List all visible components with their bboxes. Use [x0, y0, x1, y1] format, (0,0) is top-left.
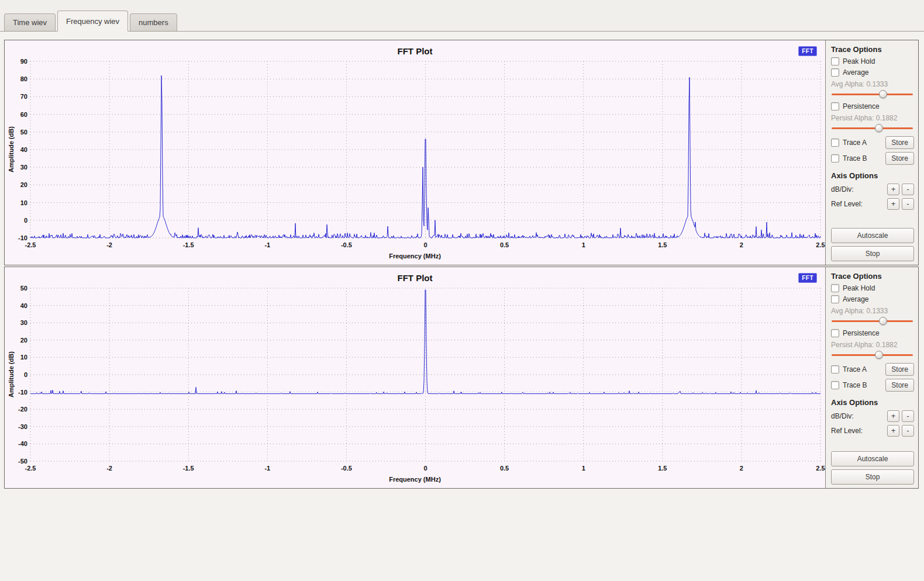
- svg-text:-2.5: -2.5: [25, 241, 36, 248]
- autoscale-button[interactable]: Autoscale: [831, 451, 914, 466]
- ref-level-increase-button[interactable]: +: [887, 198, 899, 210]
- svg-text:40: 40: [20, 302, 27, 309]
- average-checkbox[interactable]: [831, 295, 839, 303]
- trace-a-label: Trace A: [843, 365, 867, 374]
- svg-text:-10: -10: [18, 389, 27, 396]
- ref-level-row: Ref Level: + -: [831, 425, 914, 437]
- peak-hold-checkbox[interactable]: [831, 284, 839, 292]
- svg-text:-2.5: -2.5: [25, 465, 36, 472]
- trace-b-option[interactable]: Trace B: [831, 381, 883, 389]
- slider-thumb[interactable]: [875, 351, 883, 359]
- average-checkbox[interactable]: [831, 68, 839, 77]
- store-trace-a-button[interactable]: Store: [885, 136, 914, 149]
- tab-frequency-view[interactable]: Frequency wiev: [57, 11, 128, 32]
- svg-text:-1.5: -1.5: [183, 241, 194, 248]
- trace-b-checkbox[interactable]: [831, 381, 839, 389]
- svg-text:2.5: 2.5: [816, 241, 825, 248]
- autoscale-button[interactable]: Autoscale: [831, 228, 914, 243]
- stop-button[interactable]: Stop: [831, 246, 914, 261]
- svg-text:30: 30: [20, 319, 27, 326]
- svg-text:-40: -40: [18, 440, 27, 447]
- store-trace-b-button[interactable]: Store: [885, 152, 914, 165]
- svg-text:50: 50: [20, 285, 27, 292]
- db-per-div-row: dB/Div: + -: [831, 410, 914, 422]
- svg-text:40: 40: [20, 146, 27, 153]
- ref-level-decrease-button[interactable]: -: [902, 425, 914, 437]
- slider-thumb[interactable]: [875, 124, 883, 132]
- svg-text:10: 10: [20, 199, 27, 206]
- peak-hold-option[interactable]: Peak Hold: [831, 284, 914, 292]
- persist-alpha-label: Persist Alpha: 0.1882: [831, 114, 914, 122]
- svg-text:80: 80: [20, 75, 27, 82]
- svg-text:20: 20: [20, 337, 27, 344]
- persistence-option[interactable]: Persistence: [831, 329, 914, 337]
- peak-hold-option[interactable]: Peak Hold: [831, 57, 914, 65]
- trace-b-row: Trace B Store: [831, 152, 914, 165]
- db-per-div-decrease-button[interactable]: -: [902, 184, 914, 195]
- svg-text:1.5: 1.5: [658, 241, 667, 248]
- persistence-checkbox[interactable]: [831, 102, 839, 110]
- store-trace-b-button[interactable]: Store: [885, 379, 914, 392]
- svg-text:0: 0: [24, 217, 27, 224]
- svg-text:-2: -2: [106, 465, 112, 472]
- svg-text:-10: -10: [18, 234, 27, 241]
- svg-text:2.5: 2.5: [816, 465, 825, 472]
- trace-b-row: Trace B Store: [831, 379, 914, 392]
- stop-button[interactable]: Stop: [831, 469, 914, 485]
- ref-level-decrease-button[interactable]: -: [902, 198, 914, 210]
- db-per-div-decrease-button[interactable]: -: [902, 410, 914, 422]
- svg-text:-0.5: -0.5: [341, 465, 352, 472]
- fft-plot-area-2: FFT Plot FFT Amplitude (dB) Frequency (M…: [5, 267, 826, 488]
- persistence-checkbox[interactable]: [831, 329, 839, 337]
- persist-alpha-slider[interactable]: [832, 350, 913, 359]
- slider-thumb[interactable]: [879, 317, 887, 325]
- db-per-div-increase-button[interactable]: +: [887, 410, 899, 422]
- svg-text:2: 2: [740, 465, 743, 472]
- svg-text:20: 20: [20, 181, 27, 188]
- svg-text:30: 30: [20, 164, 27, 171]
- trace-b-checkbox[interactable]: [831, 154, 839, 162]
- average-option[interactable]: Average: [831, 295, 914, 303]
- trace-a-checkbox[interactable]: [831, 139, 839, 147]
- fft-panel-1: FFT Plot FFT Amplitude (dB) Frequency (M…: [4, 40, 919, 265]
- tab-numbers[interactable]: numbers: [130, 13, 177, 31]
- svg-text:1.5: 1.5: [658, 465, 667, 472]
- peak-hold-checkbox[interactable]: [831, 57, 839, 65]
- persist-alpha-slider[interactable]: [832, 123, 913, 133]
- peak-hold-label: Peak Hold: [843, 57, 875, 65]
- svg-text:-2: -2: [106, 241, 112, 248]
- trace-options-heading: Trace Options: [831, 272, 914, 281]
- svg-text:-30: -30: [18, 423, 27, 430]
- notebook-page-frequency-view: FFT Plot FFT Amplitude (dB) Frequency (M…: [0, 32, 924, 581]
- svg-text:0: 0: [423, 465, 427, 472]
- db-per-div-label: dB/Div:: [831, 185, 885, 193]
- db-per-div-increase-button[interactable]: +: [887, 184, 899, 195]
- slider-thumb[interactable]: [879, 90, 887, 98]
- avg-alpha-label: Avg Alpha: 0.1333: [831, 307, 914, 315]
- svg-text:10: 10: [20, 354, 27, 361]
- trace-a-option[interactable]: Trace A: [831, 365, 883, 374]
- trace-b-option[interactable]: Trace B: [831, 154, 883, 162]
- trace-controls-2: Trace Options Peak Hold Average Avg Alph…: [826, 267, 918, 488]
- fft-plot-canvas-2[interactable]: -2.5-2-1.5-1-0.500.511.522.5-50-40-30-20…: [5, 267, 825, 488]
- average-option[interactable]: Average: [831, 68, 914, 77]
- trace-b-label: Trace B: [843, 381, 867, 389]
- avg-alpha-slider[interactable]: [832, 89, 913, 99]
- ref-level-increase-button[interactable]: +: [887, 425, 899, 437]
- trace-a-checkbox[interactable]: [831, 365, 839, 374]
- fft-plot-canvas-1[interactable]: -2.5-2-1.5-1-0.500.511.522.5-10010203040…: [5, 40, 825, 265]
- slider-track: [832, 127, 913, 129]
- trace-a-option[interactable]: Trace A: [831, 139, 883, 147]
- slider-track: [832, 94, 913, 95]
- svg-text:60: 60: [20, 111, 27, 118]
- store-trace-a-button[interactable]: Store: [885, 363, 914, 376]
- axis-options-heading: Axis Options: [831, 398, 914, 407]
- svg-text:0: 0: [423, 241, 427, 248]
- avg-alpha-slider[interactable]: [832, 316, 913, 326]
- persistence-label: Persistence: [843, 102, 880, 110]
- persistence-label: Persistence: [843, 329, 880, 337]
- persistence-option[interactable]: Persistence: [831, 102, 914, 110]
- trace-options-heading: Trace Options: [831, 45, 914, 54]
- tab-time-view[interactable]: Time wiev: [4, 13, 56, 31]
- fft-plot-area-1: FFT Plot FFT Amplitude (dB) Frequency (M…: [5, 40, 826, 265]
